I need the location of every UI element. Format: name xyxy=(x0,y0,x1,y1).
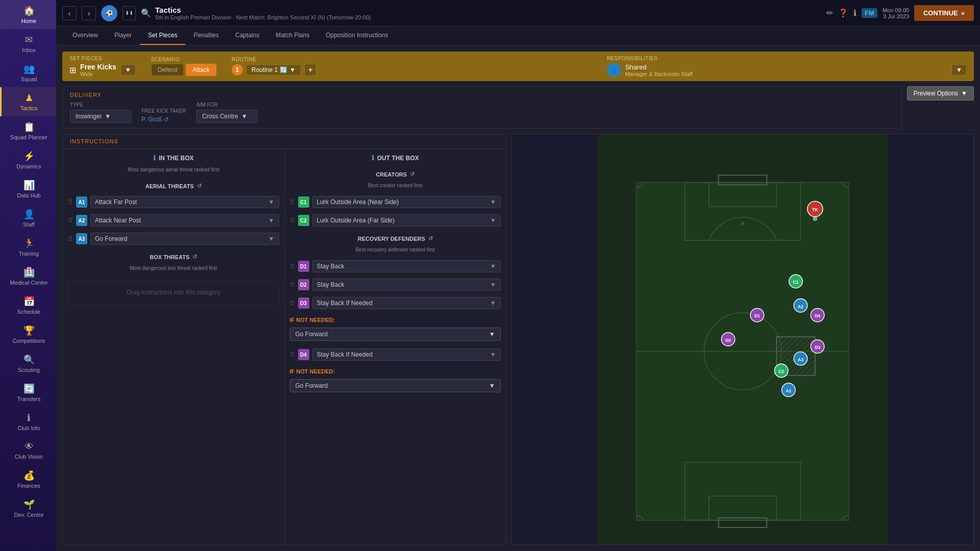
if-not-select-d3[interactable]: Go Forward ▼ xyxy=(290,328,501,341)
instruction-select-d3[interactable]: Stay Back If Needed ▼ xyxy=(312,297,501,309)
refresh-recovery-icon[interactable]: ↺ xyxy=(428,235,433,242)
if-not-select-d4[interactable]: Go Forward ▼ xyxy=(290,379,501,392)
box-threats-title: BOX THREATS ↺ xyxy=(68,254,279,260)
routine-dropdown[interactable]: Routine 1 🔄 ▼ xyxy=(246,64,301,76)
drag-handle-a3[interactable]: ⠿ xyxy=(68,235,73,243)
svg-point-36 xyxy=(814,217,817,220)
resp-name: Shared xyxy=(625,63,693,71)
instruction-select-c2[interactable]: Lurk Outside Area (Far Side) ▼ xyxy=(312,214,501,227)
help-icon[interactable]: ❓ xyxy=(838,8,848,18)
instruction-select-d2[interactable]: Stay Back ▼ xyxy=(312,279,501,291)
drag-handle-a1[interactable]: ⠿ xyxy=(68,198,73,206)
drag-handle-d1[interactable]: ⠿ xyxy=(290,263,295,270)
tab-penalties[interactable]: Penalties xyxy=(185,27,227,45)
recovery-title: RECOVERY DEFENDERS ↺ xyxy=(290,235,501,242)
svg-text:TK: TK xyxy=(812,207,818,212)
sidebar: 🏠Home✉Inbox👥Squad♟Tactics📋Squad Planner⚡… xyxy=(0,0,56,551)
instruction-select-c1[interactable]: Lurk Outside Area (Near Side) ▼ xyxy=(312,196,501,208)
drag-handle-d2[interactable]: ⠿ xyxy=(290,281,295,289)
aerial-row-a3: ⠿ A3 Go Forward ▼ xyxy=(68,231,279,246)
continue-button[interactable]: CONTINUE » xyxy=(914,5,974,21)
svg-text:D3: D3 xyxy=(815,345,820,350)
fm-badge: FM xyxy=(862,8,877,18)
sidebar-item-home[interactable]: 🏠Home xyxy=(0,0,56,29)
tab-overview[interactable]: Overview xyxy=(64,27,106,45)
sidebar-item-club-vision[interactable]: 👁Club Vision xyxy=(0,436,56,465)
refresh-aerial-icon[interactable]: ↺ xyxy=(197,183,202,189)
preview-options-button[interactable]: Preview Options ▼ xyxy=(907,86,974,101)
badge-a3: A3 xyxy=(76,233,87,244)
sidebar-item-dynamics[interactable]: ⚡Dynamics xyxy=(0,145,56,174)
sidebar-item-staff[interactable]: 👤Staff xyxy=(0,204,56,233)
attack-button[interactable]: Attack xyxy=(186,64,216,76)
sidebar-item-transfers[interactable]: 🔄Transfers xyxy=(0,378,56,407)
sidebar-item-club-info[interactable]: ℹClub Info xyxy=(0,407,56,436)
drag-handle-a2[interactable]: ⠿ xyxy=(68,217,73,224)
set-pieces-icon: ⊞ xyxy=(69,65,76,75)
sidebar-item-data-hub[interactable]: 📊Data Hub xyxy=(0,174,56,204)
instruction-select-a2[interactable]: Attack Near Post ▼ xyxy=(90,214,279,227)
routine-number: 1 xyxy=(232,64,243,76)
chevron-down-icon: ▼ xyxy=(961,90,967,97)
svg-text:A3: A3 xyxy=(798,357,803,362)
sidebar-item-dev.-centre[interactable]: 🌱Dev. Centre xyxy=(0,494,56,523)
sidebar-item-finances[interactable]: 💰Finances xyxy=(0,465,56,494)
sidebar-item-schedule[interactable]: 📅Schedule xyxy=(0,291,56,320)
badge-d2: D2 xyxy=(298,279,309,290)
instruction-select-d1[interactable]: Stay Back ▼ xyxy=(312,260,501,272)
sidebar-item-squad-planner[interactable]: 📋Squad Planner xyxy=(0,116,56,145)
badge-c2: C2 xyxy=(298,215,309,226)
info-icon-out: ℹ xyxy=(372,154,374,162)
aerial-row-a1: ⠿ A1 Attack Far Post ▼ xyxy=(68,194,279,210)
taker-link[interactable]: P. Groß ↺ xyxy=(141,116,186,123)
tabs-bar: OverviewPlayerSet PiecesPenaltiesCaptain… xyxy=(56,27,980,45)
tab-opposition-instructions[interactable]: Opposition Instructions xyxy=(317,27,396,45)
badge-a2: A2 xyxy=(76,215,87,226)
type-dropdown[interactable]: Inswinger ▼ xyxy=(70,110,131,123)
tab-match-plans[interactable]: Match Plans xyxy=(267,27,317,45)
forward-button[interactable]: › xyxy=(82,6,96,20)
svg-text:C1: C1 xyxy=(793,280,799,285)
creators-subtitle: Best creator ranked first xyxy=(290,183,501,188)
sidebar-item-scouting[interactable]: 🔍Scouting xyxy=(0,349,56,378)
instruction-select-d4[interactable]: Stay Back If Needed ▼ xyxy=(312,348,501,361)
pitch-panel: TK C1 C2 D1 D2 A2 xyxy=(511,134,974,545)
responsibilities-dropdown[interactable]: ▼ xyxy=(951,64,967,76)
sidebar-item-squad[interactable]: 👥Squad xyxy=(0,58,56,87)
set-pieces-label: SET PIECES xyxy=(69,56,136,61)
scenario-section: SCENARIO Defend Attack xyxy=(151,57,216,76)
main-split: INSTRUCTIONS ℹ IN THE BOX Most dangerous… xyxy=(62,134,974,545)
drag-handle-d4[interactable]: ⠿ xyxy=(290,351,295,359)
info-icon[interactable]: ℹ xyxy=(853,8,856,18)
sidebar-item-medical-centre[interactable]: 🏥Medical Centre xyxy=(0,262,56,291)
set-pieces-dropdown[interactable]: ▼ xyxy=(120,64,136,76)
taker-label: FREE KICK TAKER xyxy=(141,108,186,114)
topbar-title-block: Tactics 5th in English Premier Division … xyxy=(155,6,821,20)
refresh-icon: ↺ xyxy=(164,116,168,123)
routine-add-button[interactable]: + xyxy=(304,64,316,76)
back-button[interactable]: ‹ xyxy=(62,6,77,20)
aim-dropdown[interactable]: Cross Centre ▼ xyxy=(197,110,258,123)
sidebar-item-training[interactable]: 🏃Training xyxy=(0,233,56,262)
sidebar-item-inbox[interactable]: ✉Inbox xyxy=(0,29,56,58)
defend-button[interactable]: Defend xyxy=(151,64,184,76)
instruction-select-a3[interactable]: Go Forward ▼ xyxy=(90,233,279,245)
up-down-button[interactable]: ⬆⬇ xyxy=(122,6,136,20)
instruction-select-a1[interactable]: Attack Far Post ▼ xyxy=(90,196,279,208)
tab-set-pieces[interactable]: Set Pieces xyxy=(140,27,185,45)
drag-handle-c1[interactable]: ⠿ xyxy=(290,198,295,206)
edit-icon[interactable]: ✏ xyxy=(826,8,833,18)
out-box-column: ℹ OUT THE BOX CREATORS ↺ Best creator ra… xyxy=(285,149,506,544)
drag-handle-c2[interactable]: ⠿ xyxy=(290,217,295,224)
drag-handle-d3[interactable]: ⠿ xyxy=(290,299,295,307)
refresh-box-icon[interactable]: ↺ xyxy=(192,254,197,260)
tab-player[interactable]: Player xyxy=(106,27,140,45)
instructions-header: INSTRUCTIONS xyxy=(63,134,506,149)
main-content: ‹ › ⚽ ⬆⬇ 🔍 Tactics 5th in English Premie… xyxy=(56,0,980,551)
if-not-needed-d4-label: IF NOT NEEDED: xyxy=(290,368,501,374)
sidebar-item-competitions[interactable]: 🏆Competitions xyxy=(0,320,56,349)
refresh-creators-icon[interactable]: ↺ xyxy=(410,171,414,178)
drag-placeholder: Drag instructions into this category xyxy=(68,280,279,305)
tab-captains[interactable]: Captains xyxy=(227,27,267,45)
sidebar-item-tactics[interactable]: ♟Tactics xyxy=(0,87,56,116)
